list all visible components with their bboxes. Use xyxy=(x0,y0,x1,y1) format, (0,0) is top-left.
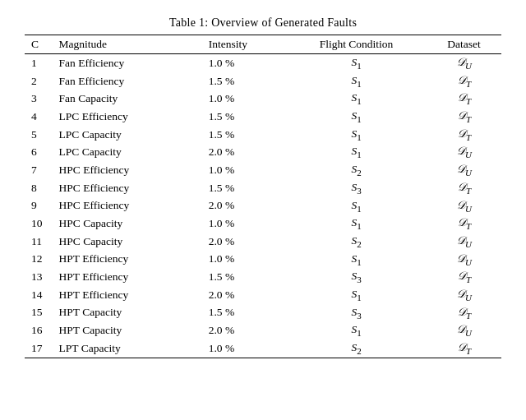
cell-intensity: 2.0 % xyxy=(202,197,286,215)
cell-flight-condition: S3 xyxy=(286,179,427,197)
cell-intensity: 2.0 % xyxy=(202,143,286,161)
cell-c: 7 xyxy=(25,161,53,179)
cell-intensity: 1.0 % xyxy=(202,90,286,108)
table-row: 4LPC Efficiency1.5 %S1𝒟T xyxy=(25,108,501,126)
col-header-magnitude: Magnitude xyxy=(53,35,202,54)
table-row: 3Fan Capacity1.0 %S1𝒟T xyxy=(25,90,501,108)
cell-dataset: 𝒟T xyxy=(427,72,501,90)
cell-c: 6 xyxy=(25,143,53,161)
cell-dataset: 𝒟T xyxy=(427,126,501,144)
cell-intensity: 1.0 % xyxy=(202,339,286,358)
table-title: Table 1: Overview of Generated Faults xyxy=(25,16,501,30)
cell-flight-condition: S2 xyxy=(286,161,427,179)
col-header-flight-condition: Flight Condition xyxy=(286,35,427,54)
cell-magnitude: HPC Capacity xyxy=(53,233,202,251)
cell-c: 5 xyxy=(25,126,53,144)
table-row: 9HPC Efficiency2.0 %S1𝒟U xyxy=(25,197,501,215)
cell-intensity: 1.0 % xyxy=(202,251,286,269)
cell-magnitude: HPC Efficiency xyxy=(53,197,202,215)
cell-c: 16 xyxy=(25,321,53,339)
cell-flight-condition: S2 xyxy=(286,339,427,358)
cell-intensity: 1.0 % xyxy=(202,161,286,179)
cell-dataset: 𝒟T xyxy=(427,179,501,197)
cell-magnitude: HPC Efficiency xyxy=(53,161,202,179)
cell-c: 11 xyxy=(25,233,53,251)
cell-intensity: 2.0 % xyxy=(202,286,286,304)
cell-c: 17 xyxy=(25,339,53,358)
cell-intensity: 1.5 % xyxy=(202,72,286,90)
cell-flight-condition: S1 xyxy=(286,54,427,72)
cell-intensity: 2.0 % xyxy=(202,321,286,339)
cell-flight-condition: S1 xyxy=(286,286,427,304)
cell-flight-condition: S1 xyxy=(286,197,427,215)
cell-magnitude: HPC Capacity xyxy=(53,215,202,233)
col-header-intensity: Intensity xyxy=(202,35,286,54)
cell-dataset: 𝒟T xyxy=(427,268,501,286)
cell-flight-condition: S1 xyxy=(286,215,427,233)
table-header-row: C Magnitude Intensity Flight Condition D… xyxy=(25,35,501,54)
cell-flight-condition: S3 xyxy=(286,268,427,286)
cell-dataset: 𝒟T xyxy=(427,339,501,358)
cell-dataset: 𝒟U xyxy=(427,321,501,339)
cell-magnitude: HPT Efficiency xyxy=(53,251,202,269)
table-row: 2Fan Efficiency1.5 %S1𝒟T xyxy=(25,72,501,90)
table-row: 6LPC Capacity2.0 %S1𝒟U xyxy=(25,143,501,161)
cell-flight-condition: S1 xyxy=(286,90,427,108)
cell-dataset: 𝒟U xyxy=(427,233,501,251)
cell-intensity: 1.5 % xyxy=(202,108,286,126)
cell-c: 8 xyxy=(25,179,53,197)
cell-intensity: 1.0 % xyxy=(202,54,286,72)
cell-flight-condition: S1 xyxy=(286,143,427,161)
cell-dataset: 𝒟U xyxy=(427,251,501,269)
cell-dataset: 𝒟T xyxy=(427,215,501,233)
cell-magnitude: HPT Efficiency xyxy=(53,268,202,286)
cell-intensity: 1.5 % xyxy=(202,126,286,144)
cell-intensity: 1.5 % xyxy=(202,304,286,322)
cell-magnitude: LPT Capacity xyxy=(53,339,202,358)
cell-c: 3 xyxy=(25,90,53,108)
table-row: 13HPT Efficiency1.5 %S3𝒟T xyxy=(25,268,501,286)
cell-c: 12 xyxy=(25,251,53,269)
cell-flight-condition: S3 xyxy=(286,304,427,322)
table-row: 12HPT Efficiency1.0 %S1𝒟U xyxy=(25,251,501,269)
cell-flight-condition: S1 xyxy=(286,251,427,269)
table-row: 7HPC Efficiency1.0 %S2𝒟U xyxy=(25,161,501,179)
cell-magnitude: HPC Efficiency xyxy=(53,179,202,197)
cell-dataset: 𝒟T xyxy=(427,90,501,108)
cell-flight-condition: S1 xyxy=(286,108,427,126)
cell-dataset: 𝒟U xyxy=(427,143,501,161)
cell-c: 4 xyxy=(25,108,53,126)
faults-table: C Magnitude Intensity Flight Condition D… xyxy=(25,35,501,358)
cell-flight-condition: S1 xyxy=(286,321,427,339)
cell-dataset: 𝒟U xyxy=(427,197,501,215)
cell-intensity: 1.5 % xyxy=(202,268,286,286)
cell-magnitude: Fan Efficiency xyxy=(53,54,202,72)
cell-flight-condition: S2 xyxy=(286,233,427,251)
cell-dataset: 𝒟T xyxy=(427,108,501,126)
table-row: 17LPT Capacity1.0 %S2𝒟T xyxy=(25,339,501,358)
cell-dataset: 𝒟U xyxy=(427,54,501,72)
table-row: 14HPT Efficiency2.0 %S1𝒟U xyxy=(25,286,501,304)
table-row: 1Fan Efficiency1.0 %S1𝒟U xyxy=(25,54,501,72)
cell-c: 2 xyxy=(25,72,53,90)
cell-c: 1 xyxy=(25,54,53,72)
col-header-dataset: Dataset xyxy=(427,35,501,54)
cell-magnitude: HPT Capacity xyxy=(53,304,202,322)
cell-magnitude: HPT Efficiency xyxy=(53,286,202,304)
cell-intensity: 1.0 % xyxy=(202,215,286,233)
table-row: 10HPC Capacity1.0 %S1𝒟T xyxy=(25,215,501,233)
table-row: 15HPT Capacity1.5 %S3𝒟T xyxy=(25,304,501,322)
cell-magnitude: HPT Capacity xyxy=(53,321,202,339)
table-row: 8HPC Efficiency1.5 %S3𝒟T xyxy=(25,179,501,197)
cell-magnitude: Fan Efficiency xyxy=(53,72,202,90)
cell-intensity: 2.0 % xyxy=(202,233,286,251)
table-row: 16HPT Capacity2.0 %S1𝒟U xyxy=(25,321,501,339)
cell-magnitude: Fan Capacity xyxy=(53,90,202,108)
cell-c: 14 xyxy=(25,286,53,304)
cell-magnitude: LPC Efficiency xyxy=(53,108,202,126)
cell-magnitude: LPC Capacity xyxy=(53,126,202,144)
table-container: Table 1: Overview of Generated Faults C … xyxy=(25,16,501,358)
col-header-c: C xyxy=(25,35,53,54)
cell-magnitude: LPC Capacity xyxy=(53,143,202,161)
cell-c: 15 xyxy=(25,304,53,322)
